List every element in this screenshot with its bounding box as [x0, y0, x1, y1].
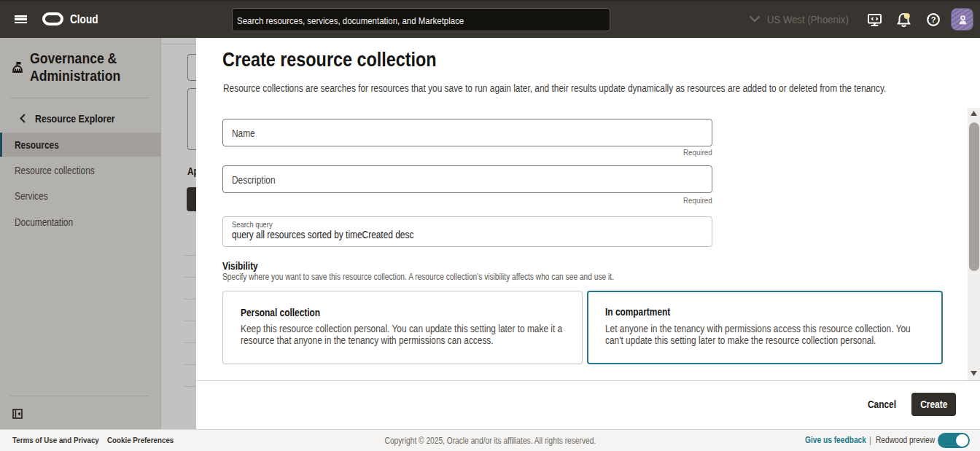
svg-text:?: ? [931, 15, 936, 24]
